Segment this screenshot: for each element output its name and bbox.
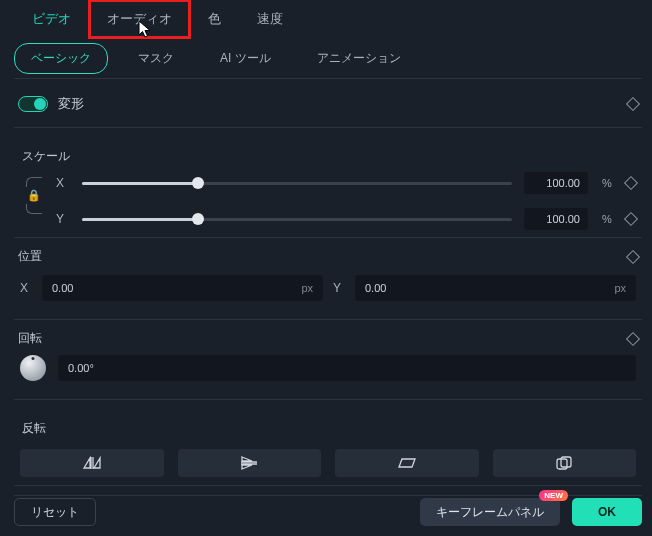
- rotation-label: 回転: [18, 330, 42, 347]
- scale-x-value[interactable]: 100.00: [524, 172, 588, 194]
- scale-x-slider[interactable]: [82, 182, 512, 185]
- subtab-animation[interactable]: アニメーション: [301, 44, 417, 73]
- ok-button[interactable]: OK: [572, 498, 642, 526]
- section-flip: 反転: [14, 399, 642, 495]
- position-y-unit: px: [614, 282, 626, 294]
- section-transform: 変形: [14, 78, 642, 127]
- tab-audio[interactable]: オーディオ: [89, 0, 190, 38]
- position-x-input[interactable]: 0.00 px: [42, 275, 323, 301]
- tab-color[interactable]: 色: [190, 0, 239, 38]
- position-label: 位置: [18, 248, 42, 265]
- section-transform-head: 変形: [18, 89, 638, 119]
- flip-vertical-icon: [240, 456, 258, 470]
- main-tabs: ビデオ オーディオ 色 速度: [14, 0, 642, 38]
- scale-x-unit: %: [600, 177, 614, 189]
- section-scale: スケール 🔒 X 100.00 % Y: [14, 127, 642, 237]
- new-badge: NEW: [539, 490, 568, 501]
- section-position: 位置 X 0.00 px Y 0.00 px: [14, 237, 642, 319]
- tab-video[interactable]: ビデオ: [14, 0, 89, 38]
- keyframe-diamond-scale-y[interactable]: [624, 212, 638, 226]
- keyframe-diamond-transform[interactable]: [626, 97, 640, 111]
- scale-y-label: Y: [56, 212, 70, 226]
- flip-skew-button[interactable]: [335, 449, 479, 477]
- transform-title: 変形: [58, 95, 84, 113]
- transform-toggle[interactable]: [18, 96, 48, 112]
- flip-label: 反転: [22, 420, 638, 437]
- scale-lock-column: 🔒: [20, 173, 48, 214]
- tab-speed[interactable]: 速度: [239, 0, 301, 38]
- position-y-input[interactable]: 0.00 px: [355, 275, 636, 301]
- position-x-label: X: [20, 281, 32, 295]
- position-x-value: 0.00: [52, 282, 73, 294]
- scale-x-label: X: [56, 176, 70, 190]
- scale-y-value[interactable]: 100.00: [524, 208, 588, 230]
- rotation-input[interactable]: 0.00°: [58, 355, 636, 381]
- position-y-value: 0.00: [365, 282, 386, 294]
- section-rotation: 回転 0.00°: [14, 319, 642, 399]
- rotation-dial[interactable]: [20, 355, 46, 381]
- sub-tabs: ベーシック マスク AI ツール アニメーション: [14, 38, 642, 78]
- lock-icon[interactable]: 🔒: [27, 189, 41, 202]
- inspector-panel: ビデオ オーディオ 色 速度 ベーシック マスク AI ツール アニメーション …: [0, 0, 652, 536]
- footer: リセット キーフレームパネル NEW OK: [14, 485, 642, 526]
- subtab-basic[interactable]: ベーシック: [14, 43, 108, 74]
- reset-button[interactable]: リセット: [14, 498, 96, 526]
- keyframe-panel-button[interactable]: キーフレームパネル NEW: [420, 498, 560, 526]
- scale-label: スケール: [22, 148, 638, 165]
- subtab-ai[interactable]: AI ツール: [204, 44, 287, 73]
- scale-y-unit: %: [600, 213, 614, 225]
- parallelogram-icon: [398, 457, 416, 469]
- flip-horizontal-icon: [83, 456, 101, 470]
- scale-y-slider[interactable]: [82, 218, 512, 221]
- position-y-label: Y: [333, 281, 345, 295]
- flip-vertical-button[interactable]: [178, 449, 322, 477]
- subtab-mask[interactable]: マスク: [122, 44, 190, 73]
- flip-copy-button[interactable]: [493, 449, 637, 477]
- rotation-value: 0.00°: [68, 362, 94, 374]
- flip-horizontal-button[interactable]: [20, 449, 164, 477]
- keyframe-diamond-scale-x[interactable]: [624, 176, 638, 190]
- keyframe-diamond-rotation[interactable]: [626, 331, 640, 345]
- scale-x-row: X 100.00 %: [56, 173, 636, 193]
- keyframe-diamond-position[interactable]: [626, 249, 640, 263]
- keyframe-panel-label: キーフレームパネル: [436, 504, 544, 521]
- copy-icon: [556, 456, 572, 470]
- scale-y-row: Y 100.00 %: [56, 209, 636, 229]
- position-x-unit: px: [301, 282, 313, 294]
